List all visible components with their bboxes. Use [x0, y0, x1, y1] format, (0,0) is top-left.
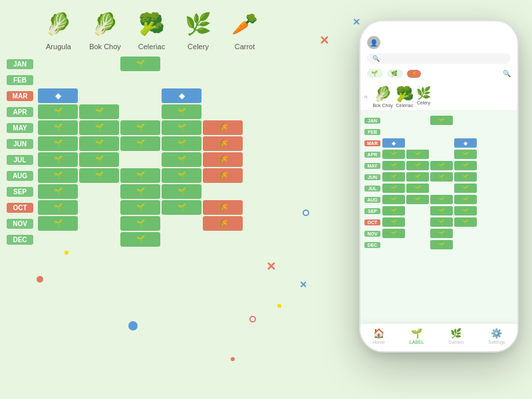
plant-filter[interactable]: 🌿 — [387, 69, 403, 78]
cell-jan-3 — [162, 57, 201, 71]
phone-cell-apr-2 — [430, 150, 453, 159]
cal-row-feb: FEB — [7, 72, 286, 88]
cell-mar-3: ◆ — [162, 88, 201, 103]
phone-month-mar: MAR — [364, 140, 380, 146]
phone-cell-may-2: 🌱 — [430, 161, 453, 170]
phone-cal-row-jul: JUL🌱🌱🌱 — [364, 183, 513, 194]
month-label-jul: JUL — [7, 155, 33, 165]
phone-cell-may-3: 🌱 — [454, 161, 477, 170]
cell-feb-3 — [162, 72, 201, 87]
nav-label-home: Home — [372, 340, 385, 344]
cell-oct-3: 🌱 — [162, 200, 201, 215]
phone-cell-jan-2: 🌱 — [430, 116, 453, 125]
month-label-oct: OCT — [7, 203, 33, 213]
harvest-filter[interactable]: 🌾 — [407, 70, 421, 78]
cell-mar-4 — [203, 88, 243, 103]
month-label-feb: FEB — [7, 75, 33, 85]
nav-icon-label: 🌱 — [411, 328, 422, 338]
phone-cal-row-jun: JUN🌱🌱🌱🌱 — [364, 172, 513, 182]
phone-search[interactable]: 🔍 — [367, 53, 511, 64]
phone-cell-jul-3: 🌱 — [454, 184, 477, 193]
decoration-dot-3 — [249, 316, 256, 323]
phone-cell-feb-1 — [406, 127, 429, 136]
phone-cell-dec-1 — [406, 240, 429, 249]
phone-cell-oct-0: 🌱 — [382, 217, 405, 227]
nav-item-home[interactable]: 🏠 Home — [372, 328, 385, 344]
search-icon[interactable]: 🔍 — [503, 70, 511, 77]
cal-row-sep: SEP🌱🌱🌱 — [7, 184, 286, 200]
phone-cell-sep-2: 🌱 — [430, 206, 453, 215]
phone-bottom-nav: 🏠 Home 🌱 LABEL 🌿 Garden ⚙️ Settings — [360, 323, 517, 351]
phone-cell-jan-1 — [406, 116, 429, 125]
cell-dec-2: 🌱 — [120, 232, 160, 247]
cell-aug-0: 🌱 — [38, 168, 78, 183]
sow-filter[interactable]: 🌱 — [367, 69, 383, 78]
cell-oct-2: 🌱 — [120, 200, 160, 215]
bokchoy-icon: 🥬 — [374, 86, 392, 103]
phone-cell-jun-1: 🌱 — [406, 172, 429, 182]
phone-top-row: 👤 — [367, 36, 511, 49]
decoration-dot-5 — [65, 251, 68, 255]
phone-cal-row-jan: JAN🌱 — [364, 115, 513, 126]
cell-aug-2: 🌱 — [120, 168, 160, 183]
phone-cell-mar-1 — [406, 138, 429, 148]
cell-may-3: 🌱 — [162, 120, 201, 135]
cal-row-jun: JUN🌱🌱🌱🌱🌾 — [7, 136, 286, 152]
phone-cell-sep-3: 🌱 — [454, 206, 477, 215]
nav-item-settings[interactable]: ⚙️ Settings — [488, 328, 505, 344]
phone-cell-jul-0: 🌱 — [382, 184, 405, 193]
cell-may-1: 🌱 — [79, 120, 119, 135]
phone-cell-jan-3 — [454, 116, 477, 125]
cell-nov-0: 🌱 — [38, 216, 78, 231]
cell-jul-2 — [120, 152, 160, 167]
nav-icon-garden: 🌿 — [450, 328, 462, 338]
cell-jan-0 — [38, 57, 78, 71]
cell-oct-4: 🌾 — [203, 200, 243, 215]
cell-nov-2: 🌱 — [120, 216, 160, 231]
celeriac-label: Celeriac — [396, 103, 413, 108]
cell-aug-4: 🌾 — [203, 168, 243, 183]
phone-cell-sep-1 — [406, 206, 429, 215]
month-label-jan: JAN — [7, 59, 33, 69]
phone-screen: 👤 🔍 🌱 🌿 🌾 🔍 n 🥬 — [360, 21, 517, 351]
cal-row-aug: AUG🌱🌱🌱🌱🌾 — [7, 168, 286, 184]
nav-item-label[interactable]: 🌱 LABEL — [410, 328, 424, 344]
decoration-cross-0: ✕ — [319, 33, 329, 48]
month-label-jun: JUN — [7, 139, 33, 149]
phone-cell-oct-2: 🌱 — [430, 217, 453, 227]
cell-jun-2: 🌱 — [120, 136, 160, 151]
carrot-label: Carrot — [235, 43, 255, 51]
cell-dec-1 — [79, 232, 119, 247]
phone-cal-row-sep: SEP🌱🌱🌱 — [364, 205, 513, 216]
calendar-grid: JAN🌱FEBMAR◆◆APR🌱🌱🌱MAY🌱🌱🌱🌱🌾JUN🌱🌱🌱🌱🌾JUL🌱🌱🌱… — [7, 56, 286, 247]
cell-may-2: 🌱 — [120, 120, 160, 135]
cal-row-oct: OCT🌱🌱🌱🌾 — [7, 200, 286, 215]
phone-cell-oct-3: 🌱 — [454, 217, 477, 227]
decoration-cross-2: ✕ — [266, 259, 276, 274]
nav-item-garden[interactable]: 🌿 Garden — [448, 328, 464, 344]
phone-cell-aug-2: 🌱 — [430, 195, 453, 204]
phone-notch — [412, 21, 466, 35]
cell-apr-3: 🌱 — [162, 104, 201, 119]
cell-oct-1 — [79, 200, 119, 215]
celeriac-label: Celeriac — [138, 43, 165, 51]
phone-cal-row-may: MAY🌱🌱🌱🌱 — [364, 160, 513, 171]
cell-jul-3: 🌱 — [162, 152, 201, 167]
cell-sep-4 — [203, 184, 243, 199]
carrot-icon: 🥕 — [227, 7, 262, 41]
cell-sep-3: 🌱 — [162, 184, 201, 199]
veg-header-celeriac: 🥦 Celeriac — [132, 7, 172, 51]
nav-icon-home: 🏠 — [373, 328, 384, 338]
bok-choy-label: Bok Choy — [89, 43, 121, 51]
cell-apr-1: 🌱 — [79, 104, 119, 119]
phone-cell-feb-2 — [430, 127, 453, 136]
arugula-icon: 🥬 — [41, 7, 76, 41]
phone-cell-feb-3 — [454, 127, 477, 136]
phone-filter-row: 🌱 🌿 🌾 🔍 — [367, 68, 511, 79]
month-label-mar: MAR — [7, 91, 33, 101]
nav-label-garden: Garden — [448, 340, 464, 344]
phone-outer: 👤 🔍 🌱 🌿 🌾 🔍 n 🥬 — [359, 20, 519, 352]
cell-feb-2 — [120, 72, 160, 87]
phone-celeriac-item: 🥦 Celeriac — [396, 86, 414, 108]
phone-cal-row-oct: OCT🌱🌱🌱 — [364, 217, 513, 227]
